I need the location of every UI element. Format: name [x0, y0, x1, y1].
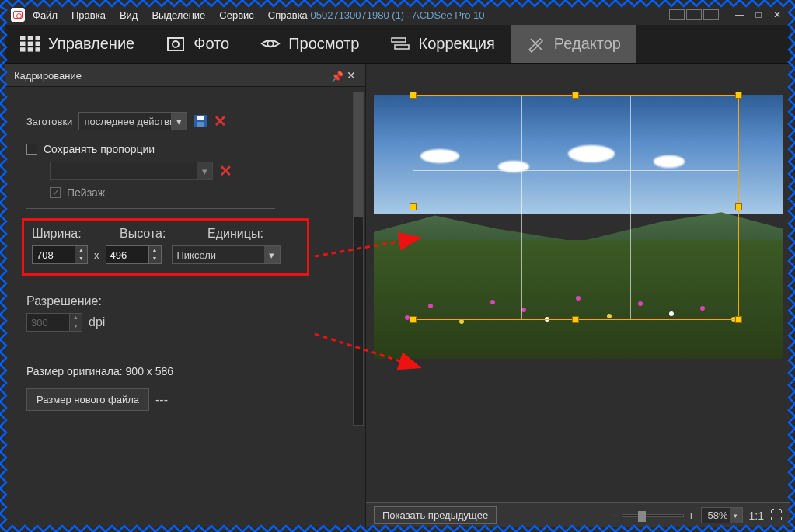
height-spinner[interactable]: ▲▼: [149, 245, 162, 264]
menu-file[interactable]: Файл: [33, 9, 58, 21]
tab-view-label: Просмотр: [288, 35, 359, 53]
zoom-slider[interactable]: − +: [612, 509, 694, 522]
zoom-out-icon[interactable]: −: [612, 509, 618, 522]
svg-rect-12: [392, 38, 406, 42]
height-field[interactable]: [106, 245, 149, 264]
tab-manage-label: Управление: [48, 35, 134, 53]
x-separator: x: [92, 249, 102, 261]
crop-handle-ne[interactable]: [735, 92, 742, 99]
landscape-checkbox[interactable]: [50, 187, 61, 198]
panel-close-icon[interactable]: ✕: [347, 69, 356, 82]
layout-toggle[interactable]: [669, 9, 719, 20]
svg-point-11: [267, 40, 273, 46]
menu-help[interactable]: Справка: [268, 9, 308, 21]
zoom-value: 58%: [708, 509, 728, 521]
divider: [26, 208, 275, 209]
file-size-value: ---: [155, 393, 168, 407]
svg-rect-8: [35, 47, 40, 51]
preview-canvas[interactable]: [374, 71, 783, 501]
units-combo[interactable]: Пиксели ▾: [172, 245, 281, 264]
crop-handle-se[interactable]: [735, 316, 742, 323]
panel-header: Кадрирование 📌 ✕: [5, 64, 365, 87]
crop-rectangle[interactable]: [413, 95, 739, 320]
svg-rect-3: [20, 41, 25, 45]
resolution-field[interactable]: [26, 313, 70, 332]
resolution-label: Разрешение:: [26, 294, 357, 308]
presets-combo[interactable]: последнее действи ▾: [78, 112, 187, 130]
preview-toolbar: Показать предыдущее − + 58% ▾ 1:1 ⛶: [366, 502, 790, 527]
svg-point-10: [173, 41, 179, 47]
width-input[interactable]: ▲▼: [32, 245, 88, 264]
menubar: Файл Правка Вид Выделение Сервис Справка: [33, 9, 308, 21]
svg-rect-1: [28, 36, 33, 40]
crop-handle-nw[interactable]: [410, 92, 417, 99]
svg-rect-2: [35, 36, 40, 40]
ruler-pencil-icon: [526, 36, 546, 53]
units-label: Единицы:: [207, 227, 281, 241]
chevron-down-icon: ▾: [730, 508, 742, 523]
eye-icon: [260, 36, 281, 53]
keep-proportions-checkbox[interactable]: [26, 144, 37, 155]
width-spinner[interactable]: ▲▼: [75, 245, 88, 264]
zoom-in-icon[interactable]: +: [688, 509, 694, 522]
new-file-size-button[interactable]: Размер нового файла: [26, 388, 149, 411]
svg-rect-6: [20, 47, 25, 51]
crop-handle-sw[interactable]: [410, 316, 417, 323]
tab-edit[interactable]: Редактор: [511, 25, 636, 63]
tab-manage[interactable]: Управление: [5, 25, 150, 63]
keep-proportions-label: Сохранять пропорции: [44, 143, 155, 155]
resolution-input[interactable]: ▲▼: [26, 313, 82, 332]
svg-rect-15: [197, 116, 204, 120]
tab-edit-label: Редактор: [554, 35, 621, 53]
svg-rect-16: [197, 122, 204, 127]
show-previous-button[interactable]: Показать предыдущее: [374, 506, 497, 524]
width-field[interactable]: [32, 245, 75, 264]
actual-size-button[interactable]: 1:1: [749, 509, 764, 522]
menu-view[interactable]: Вид: [120, 9, 138, 21]
aspect-ratio-combo[interactable]: ▾: [50, 162, 213, 180]
height-label: Высота:: [120, 227, 194, 241]
height-input[interactable]: ▲▼: [106, 245, 162, 264]
dimensions-section: Ширина: Высота: Единицы: ▲▼ x ▲▼: [22, 218, 309, 276]
panel-scrollbar[interactable]: [353, 92, 364, 426]
presets-value: последнее действи: [84, 116, 175, 127]
grid-icon: [20, 36, 40, 53]
crop-handle-e[interactable]: [735, 203, 742, 210]
svg-rect-13: [395, 45, 409, 49]
resolution-spinner[interactable]: ▲▼: [70, 313, 82, 332]
landscape-label: Пейзаж: [67, 186, 105, 199]
divider: [26, 346, 275, 346]
svg-rect-0: [20, 36, 25, 40]
window-title: 05027130071980 (1) - ACDSee Pro 10: [310, 9, 484, 21]
menu-select[interactable]: Выделение: [152, 9, 205, 21]
titlebar: Файл Правка Вид Выделение Сервис Справка…: [5, 5, 790, 25]
units-value: Пиксели: [177, 249, 217, 261]
chevron-down-icon: ▾: [264, 246, 280, 263]
pin-icon[interactable]: 📌: [331, 71, 340, 80]
clear-aspect-icon[interactable]: ✕: [219, 162, 232, 180]
menu-tools[interactable]: Сервис: [219, 9, 254, 21]
save-icon[interactable]: [194, 114, 207, 128]
svg-rect-5: [35, 41, 40, 45]
crop-handle-s[interactable]: [572, 316, 579, 323]
crop-panel: Кадрирование 📌 ✕ Заготовки последнее дей…: [5, 64, 366, 527]
panel-title: Кадрирование: [14, 70, 82, 82]
tab-view[interactable]: Просмотр: [245, 25, 375, 63]
maximize-button[interactable]: □: [751, 9, 765, 20]
delete-preset-icon[interactable]: ✕: [214, 112, 227, 130]
crop-handle-n[interactable]: [572, 92, 579, 99]
sliders-icon: [390, 36, 410, 53]
fit-screen-icon[interactable]: ⛶: [770, 509, 783, 523]
tab-photo[interactable]: Фото: [150, 25, 245, 63]
mode-tabs: Управление Фото Просмотр Коррекция Редак…: [5, 25, 790, 64]
menu-edit[interactable]: Правка: [71, 9, 106, 21]
minimize-button[interactable]: —: [733, 9, 747, 20]
tab-develop[interactable]: Коррекция: [375, 25, 510, 63]
crop-handle-w[interactable]: [410, 203, 417, 210]
original-size-label: Размер оригинала: 900 x 586: [26, 365, 357, 377]
presets-label: Заготовки: [26, 116, 72, 127]
zoom-combo[interactable]: 58% ▾: [701, 507, 743, 523]
svg-rect-9: [168, 38, 183, 50]
close-button[interactable]: ✕: [770, 9, 784, 20]
tab-develop-label: Коррекция: [418, 35, 494, 53]
